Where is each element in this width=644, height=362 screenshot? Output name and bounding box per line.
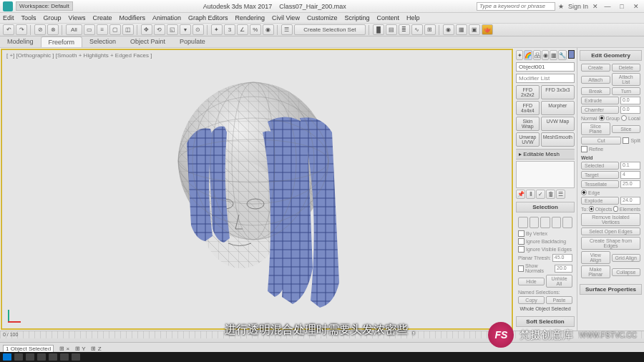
chamfer-button[interactable]: Chamfer bbox=[581, 106, 619, 114]
workspace-selector[interactable]: Workspace: Default bbox=[16, 1, 73, 11]
weld-target-spinner[interactable]: 4 bbox=[620, 171, 640, 179]
tessellate-spinner[interactable]: 25.0 bbox=[620, 180, 640, 188]
ribbon-freeform[interactable]: Freeform bbox=[41, 36, 83, 47]
taskbar-item[interactable] bbox=[14, 353, 23, 361]
spinner-snap-button[interactable]: ◉ bbox=[263, 24, 274, 35]
remove-isolated-button[interactable]: Remove Isolated Vertices bbox=[581, 213, 640, 226]
ribbon-modeling[interactable]: Modeling bbox=[0, 36, 41, 47]
weld-target-button[interactable]: Target bbox=[581, 171, 619, 179]
tess-edge-radio[interactable] bbox=[581, 190, 587, 195]
pivot-button[interactable]: ⊙ bbox=[192, 24, 204, 35]
refine-check[interactable] bbox=[581, 146, 587, 152]
break-button[interactable]: Break bbox=[581, 87, 610, 95]
selection-filter[interactable]: All bbox=[66, 24, 82, 35]
explode-button[interactable]: Explode bbox=[581, 197, 619, 205]
search-input[interactable] bbox=[477, 2, 555, 11]
remove-mod-button[interactable]: 🗑 bbox=[546, 190, 555, 199]
ignore-visible-check[interactable] bbox=[518, 246, 525, 253]
taskbar-item[interactable] bbox=[72, 353, 80, 361]
mirror-button[interactable]: ▐▌ bbox=[373, 24, 384, 35]
mod-ffd2[interactable]: FFD 2x2x2 bbox=[516, 85, 540, 99]
paste-sel-button[interactable]: Paste bbox=[546, 296, 572, 304]
undo-button[interactable]: ↶ bbox=[3, 24, 14, 35]
snap-button[interactable]: 3 bbox=[224, 24, 235, 35]
taskbar-item[interactable] bbox=[26, 353, 34, 361]
maximize-button[interactable]: □ bbox=[617, 2, 627, 11]
rollout-edit-geometry[interactable]: Edit Geometry bbox=[580, 50, 642, 61]
window-crossing-button[interactable]: ◫ bbox=[122, 24, 134, 35]
hide-button[interactable]: Hide bbox=[518, 278, 545, 285]
cmd-utilities-tab[interactable]: 🔧 bbox=[558, 50, 567, 60]
taskbar-item[interactable] bbox=[37, 353, 46, 361]
mod-unwrap[interactable]: Unwrap UVW bbox=[516, 132, 540, 147]
signin-link[interactable]: Sign In bbox=[568, 3, 588, 10]
make-planar-button[interactable]: Make Planar bbox=[581, 265, 610, 278]
viewport-label[interactable]: [ +] [Orthographic ] [Smooth + Highlight… bbox=[6, 52, 152, 59]
curve-editor-button[interactable]: ∿ bbox=[411, 24, 423, 35]
menu-tools[interactable]: Tools bbox=[21, 14, 36, 21]
menu-views[interactable]: Views bbox=[69, 14, 86, 21]
unhide-button[interactable]: Unhide All bbox=[546, 275, 572, 288]
modifier-stack[interactable] bbox=[516, 161, 575, 188]
align-button[interactable]: ▤ bbox=[386, 24, 397, 35]
copy-sel-button[interactable]: Copy bbox=[518, 296, 545, 304]
object-name-field[interactable]: Object001 bbox=[516, 62, 575, 72]
start-button[interactable] bbox=[3, 353, 11, 361]
close-button[interactable]: ✕ bbox=[631, 2, 641, 11]
normal-group-radio[interactable] bbox=[599, 115, 605, 121]
make-unique-button[interactable]: ✓ bbox=[536, 190, 545, 199]
move-button[interactable]: ✥ bbox=[141, 24, 152, 35]
layers-button[interactable]: ≣ bbox=[399, 24, 410, 35]
create-button[interactable]: Create bbox=[581, 64, 610, 72]
cmd-create-tab[interactable]: ✦ bbox=[516, 50, 523, 60]
taskbar-item[interactable] bbox=[60, 353, 69, 361]
menu-group[interactable]: Group bbox=[44, 14, 62, 21]
cmd-display-tab[interactable]: ▦ bbox=[550, 50, 557, 60]
mod-morpher[interactable]: Morpher bbox=[541, 101, 575, 115]
render-button[interactable]: 🫖 bbox=[482, 24, 493, 35]
subobj-vertex[interactable] bbox=[518, 217, 528, 228]
extrude-button[interactable]: Extrude bbox=[581, 97, 619, 104]
chamfer-spinner[interactable]: 0.0 bbox=[620, 106, 640, 114]
mod-ffd3[interactable]: FFD 3x3x3 bbox=[541, 85, 575, 99]
select-button[interactable]: ▭ bbox=[84, 24, 95, 35]
percent-snap-button[interactable]: % bbox=[250, 24, 261, 35]
cmd-motion-tab[interactable]: ◉ bbox=[542, 50, 549, 60]
explode-objects-radio[interactable] bbox=[589, 206, 593, 212]
normal-local-radio[interactable] bbox=[621, 115, 627, 121]
select-name-button[interactable]: ≡ bbox=[97, 24, 108, 35]
minimize-button[interactable]: — bbox=[602, 2, 613, 11]
menu-modifiers[interactable]: Modifiers bbox=[119, 14, 145, 21]
explode-elements-radio[interactable] bbox=[613, 206, 618, 212]
delete-button[interactable]: Delete bbox=[612, 64, 641, 72]
scale-button[interactable]: ◱ bbox=[167, 24, 178, 35]
named-sel-set[interactable]: Create Selection Set bbox=[294, 24, 366, 35]
subobj-element[interactable] bbox=[562, 217, 572, 228]
ribbon-objectpaint[interactable]: Object Paint bbox=[123, 36, 172, 47]
modifier-stack-current[interactable]: ▸ Editable Mesh bbox=[516, 149, 575, 160]
weld-selected-button[interactable]: Selected bbox=[581, 162, 619, 170]
star-icon[interactable]: ★ bbox=[558, 3, 564, 10]
subobj-face[interactable] bbox=[540, 217, 550, 228]
rotate-button[interactable]: ⟲ bbox=[154, 24, 165, 35]
slice-plane-button[interactable]: Slice Plane bbox=[581, 122, 610, 135]
normals-scale-spinner[interactable]: 20.0 bbox=[555, 265, 572, 273]
cmd-modify-tab[interactable]: 🌈 bbox=[524, 50, 532, 60]
menu-edit[interactable]: Edit bbox=[3, 14, 14, 21]
select-region-button[interactable]: ▢ bbox=[109, 24, 121, 35]
render-frame-button[interactable]: ▣ bbox=[469, 24, 480, 35]
slice-button[interactable]: Slice bbox=[612, 125, 641, 133]
rollout-selection[interactable]: Selection bbox=[516, 202, 575, 212]
menu-create[interactable]: Create bbox=[92, 14, 112, 21]
taskbar-item[interactable] bbox=[49, 353, 57, 361]
object-color[interactable] bbox=[568, 50, 575, 59]
menu-content[interactable]: Content bbox=[376, 14, 399, 21]
create-shape-button[interactable]: Create Shape from Edges bbox=[581, 237, 640, 250]
rollout-surface-properties[interactable]: Surface Properties bbox=[580, 284, 642, 295]
show-normals-check[interactable] bbox=[518, 265, 524, 272]
weld-sel-spinner[interactable]: 0.1 bbox=[620, 162, 640, 170]
select-open-edges-button[interactable]: Select Open Edges bbox=[581, 228, 640, 235]
modifier-list-dropdown[interactable]: Modifier List bbox=[516, 74, 575, 83]
schematic-button[interactable]: ⊞ bbox=[424, 24, 436, 35]
cmd-hierarchy-tab[interactable]: 品 bbox=[533, 50, 540, 60]
